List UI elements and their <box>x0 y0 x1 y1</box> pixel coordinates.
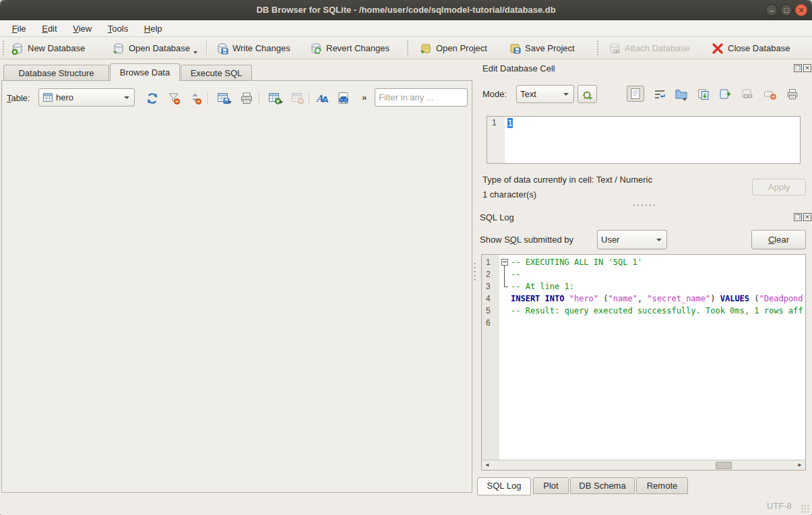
clear-sorting-icon <box>188 91 203 106</box>
window-title: DB Browser for SQLite - /home/user/code/… <box>0 0 812 20</box>
refresh-icon <box>145 91 160 106</box>
insert-record-button[interactable] <box>264 90 286 107</box>
edit-cell-float-icon[interactable]: ❐ <box>794 64 802 72</box>
svg-text:A: A <box>322 95 329 104</box>
cell-type-info: Type of data currently in cell: Text / N… <box>482 175 652 185</box>
bottom-tab-sql-log[interactable]: SQL Log <box>477 477 531 495</box>
toolbar-drag-handle[interactable] <box>407 40 409 55</box>
cell-editor-selected-text: 1 <box>507 118 513 128</box>
new-database-label: New Database <box>28 43 85 53</box>
write-changes-icon <box>216 42 229 55</box>
mode-label: Mode: <box>482 89 507 99</box>
edit-cell-title: Edit Database Cell <box>482 63 555 73</box>
link-icon <box>741 88 755 100</box>
toolbar-drag-handle[interactable] <box>3 40 5 55</box>
toolbar-overflow-chevron[interactable]: » <box>362 92 367 102</box>
print-cell-button[interactable] <box>784 86 801 102</box>
horizontal-splitter-handle[interactable] <box>632 204 655 206</box>
printer-icon <box>239 91 254 106</box>
sql-log-float-icon[interactable]: ❐ <box>794 213 802 221</box>
attach-database-label: Attach Database <box>625 43 689 53</box>
revert-changes-button[interactable]: Revert Changes <box>307 39 392 57</box>
save-project-label: Save Project <box>525 43 575 53</box>
minimize-button[interactable]: – <box>766 4 778 16</box>
open-project-label: Open Project <box>436 43 487 53</box>
cell-editor-line-number: 1 <box>487 117 505 127</box>
cell-editor[interactable]: 1 1 <box>487 116 801 164</box>
cell-editor-gutter: 1 <box>487 117 505 163</box>
tab-database-structure[interactable]: Database Structure <box>3 65 109 80</box>
open-database-button[interactable]: Open Database <box>109 39 200 57</box>
bottom-tab-remote[interactable]: Remote <box>636 477 688 494</box>
toolbar-drag-handle[interactable] <box>597 40 599 55</box>
import-data-button[interactable] <box>673 86 690 102</box>
sql-log-lines: 1-- EXECUTING ALL IN 'SQL 1'2--3-- At li… <box>482 256 805 460</box>
export-table-button[interactable] <box>213 90 235 107</box>
sql-log-filter-selector[interactable]: User <box>597 230 667 249</box>
cell-editor-content: 1 <box>507 118 513 128</box>
close-database-button[interactable]: Close Database <box>708 39 793 57</box>
save-project-button[interactable]: Save Project <box>505 39 577 57</box>
mode-selector[interactable]: Text <box>516 85 574 103</box>
filter-any-input[interactable] <box>375 88 468 107</box>
edit-cell-close-icon[interactable]: ✕ <box>803 64 811 72</box>
save-project-icon <box>508 42 522 55</box>
clear-filters-button[interactable] <box>164 90 183 107</box>
resize-grip[interactable] <box>801 504 809 513</box>
new-database-icon <box>11 42 24 55</box>
menu-tools[interactable]: Tools <box>101 20 135 37</box>
open-project-button[interactable]: Open Project <box>416 39 490 57</box>
open-external-icon <box>719 88 732 100</box>
sql-log-editor[interactable]: 1-- EXECUTING ALL IN 'SQL 1'2--3-- At li… <box>481 254 806 471</box>
clear-sorting-button[interactable] <box>186 90 205 107</box>
refresh-button[interactable] <box>143 90 162 107</box>
sql-log-close-icon[interactable]: ✕ <box>803 213 811 221</box>
edit-display-format-button[interactable]: AA <box>313 90 332 107</box>
export-data-button[interactable] <box>695 86 712 102</box>
word-wrap-button[interactable] <box>651 86 668 102</box>
scroll-right-icon[interactable]: ▶ <box>795 460 805 470</box>
close-button[interactable]: ✕ <box>795 4 807 16</box>
find-icon <box>336 91 351 106</box>
write-changes-button[interactable]: Write Changes <box>213 39 293 57</box>
cell-size-info: 1 character(s) <box>482 189 536 200</box>
set-null-button <box>761 86 779 102</box>
browse-data-panel <box>1 80 472 493</box>
table-selector[interactable]: hero <box>38 88 135 107</box>
tab-execute-sql[interactable]: Execute SQL <box>181 65 252 80</box>
table-label: Table: <box>7 93 30 103</box>
menu-edit[interactable]: Edit <box>35 20 63 37</box>
set-null-icon <box>763 88 777 100</box>
menu-help[interactable]: Help <box>137 20 169 37</box>
vertical-splitter-handle[interactable] <box>474 262 476 283</box>
text-mode-button[interactable] <box>627 86 644 102</box>
new-database-button[interactable]: New Database <box>8 39 88 57</box>
bottom-tab-plot[interactable]: Plot <box>533 477 569 494</box>
menu-file[interactable]: File <box>5 20 33 37</box>
clear-log-button[interactable]: Clear <box>751 230 806 249</box>
attach-database-icon <box>608 42 621 55</box>
table-selector-value: hero <box>56 92 73 102</box>
bottom-tab-db-schema[interactable]: DB Schema <box>570 477 635 494</box>
auto-apply-button[interactable] <box>577 85 597 103</box>
display-format-icon: AA <box>315 91 330 106</box>
open-in-external-button[interactable] <box>717 86 735 102</box>
printer-icon <box>786 88 799 101</box>
print-table-button[interactable] <box>237 90 256 107</box>
document-icon <box>630 88 641 100</box>
link-data-button <box>739 86 757 102</box>
tab-browse-data[interactable]: Browse Data <box>110 63 180 81</box>
open-database-dropdown-caret[interactable] <box>193 51 197 54</box>
menu-view[interactable]: View <box>66 20 98 37</box>
scroll-left-icon[interactable]: ◀ <box>482 460 492 470</box>
sql-log-title: SQL Log <box>480 212 514 222</box>
sql-log-hscrollbar[interactable]: ◀ ▶ <box>482 460 805 470</box>
open-database-icon <box>112 42 125 55</box>
maximize-button[interactable]: □ <box>780 4 792 16</box>
browse-toolbar-separator <box>259 92 259 105</box>
close-database-icon <box>711 42 724 55</box>
find-in-table-button[interactable] <box>334 90 353 107</box>
revert-changes-label: Revert Changes <box>326 43 389 53</box>
title-bar[interactable]: DB Browser for SQLite - /home/user/code/… <box>0 0 812 20</box>
scrollbar-thumb[interactable] <box>716 462 732 469</box>
